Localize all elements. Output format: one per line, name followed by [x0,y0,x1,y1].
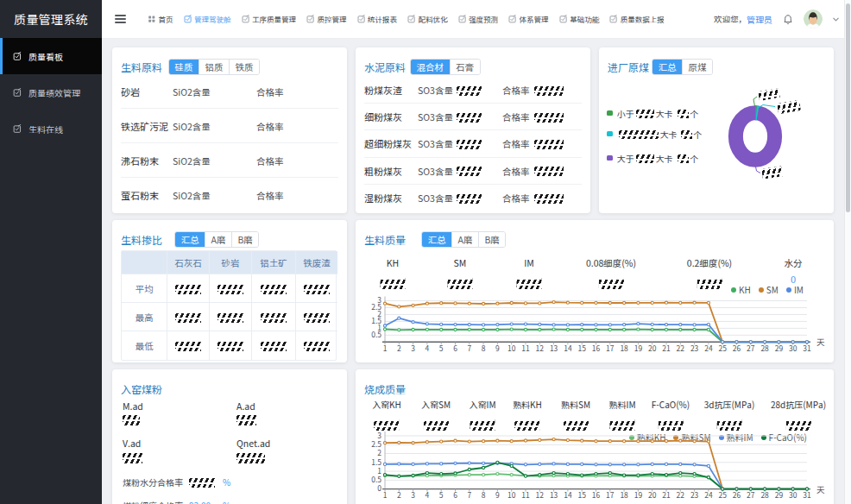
table-cell [167,303,210,331]
table-row-label: 平均 [122,274,167,303]
chevron-down-icon[interactable] [832,16,840,23]
svg-text:24: 24 [704,489,713,500]
tab[interactable]: A磨 [451,232,478,247]
stat-block: 3d抗压(MPa) [704,398,755,435]
nav-item-2[interactable]: 工序质量管理 [242,14,297,24]
svg-text:2: 2 [397,343,401,353]
svg-text:16: 16 [592,489,601,500]
nav-item-3[interactable]: 质控管理 [306,14,347,24]
svg-text:1: 1 [383,489,388,500]
tab[interactable]: 汇总 [422,232,451,247]
donut-chart [599,47,834,213]
tab[interactable]: B磨 [478,232,505,247]
scrollbar-thumb[interactable] [846,3,850,212]
card-coal-powder: 入窑煤粉 M.ad A.ad V.ad Qnet.ad 煤粉水分合格率 % 煤粉… [112,369,347,504]
nav-item-8[interactable]: 基础功能 [559,14,600,24]
tab[interactable]: 混合材 [411,60,450,74]
svg-text:31: 31 [803,489,811,500]
masked-value [517,278,542,289]
svg-text:19: 19 [634,489,643,500]
stat-label: 熟料IM [608,398,635,411]
nav-item-6[interactable]: 强度预测 [458,14,499,24]
material-name: 粗粉煤灰 [364,164,402,178]
tab[interactable]: 汇总 [175,232,205,247]
svg-text:26: 26 [733,489,741,500]
masked-value [534,111,564,123]
stat-label: KH [381,256,406,269]
masked-value [717,419,742,431]
nav-item-label: 管理驾驶舱 [194,14,231,24]
material-name: 砂岩 [121,85,140,98]
nav-item-7[interactable]: 体系管理 [508,14,549,24]
nav-item-5[interactable]: 配料优化 [407,14,448,24]
top-navbar: 首页管理驾驶舱工序质量管理质控管理统计报表配料优化强度预测体系管理基础功能质量数… [102,0,851,39]
masked-value [236,413,256,425]
username-link[interactable]: 管理员 [747,13,772,26]
masked-value [424,419,449,431]
card-title: 烧成质量 [364,381,406,396]
table-cell [252,331,296,360]
stat-block: 熟料KH [513,398,542,435]
svg-text:25: 25 [718,343,727,353]
clipboard-icon [508,15,517,23]
svg-text:30: 30 [789,489,797,500]
sidebar-item-0[interactable]: 质量看板 [0,38,102,74]
dashboard-content: 生料原料 硅质 铝质 铁质 砂岩 SiO2含量 合格率 铁选矿污泥 SiO2含量… [102,39,851,504]
material-name: 萤石粉末 [121,188,159,202]
stat-label: 0.2细度(%) [687,256,732,269]
svg-text:2: 2 [377,447,381,457]
material-name: 沸石粉末 [121,154,159,167]
masked-value [534,165,564,176]
stat-label: F-CaO(%) [652,398,690,411]
svg-text:22: 22 [677,343,685,353]
svg-text:14: 14 [564,489,572,500]
clipboard-icon [184,15,192,23]
material-rows: 粉煤灰渣 SO3含量 合格率 细粉煤灰 SO3含量 合格率 超细粉煤灰 SO3含… [364,77,582,211]
sidebar-item-label: 生料在线 [28,123,63,135]
sidebar-item-2[interactable]: 生料在线 [0,110,102,147]
tab[interactable]: A磨 [205,232,231,247]
bell-icon[interactable] [783,14,793,25]
tab[interactable]: 铝质 [199,60,229,74]
avatar[interactable] [804,9,823,28]
table-corner-cell [122,251,167,274]
material-row: 沸石粉末 SiO2含量 合格率 [121,143,338,178]
masked-value [457,165,482,176]
nav-item-label: 强度预测 [469,14,498,24]
app-title: 质量管理系统 [0,0,102,38]
masked-value [457,192,482,204]
svg-text:14: 14 [564,343,572,353]
tab[interactable]: 铁质 [229,60,259,74]
menu-collapse-icon[interactable] [115,15,126,23]
masked-value [448,278,473,289]
sidebar-item-1[interactable]: 质量绩效管理 [0,74,102,110]
nav-item-9[interactable]: 质量数据上报 [609,14,665,24]
material-col1-label: SO3含量 [418,110,453,123]
clipboard-icon [407,15,416,23]
material-row: 铁选矿污泥 SiO2含量 合格率 [121,109,338,143]
svg-text:6: 6 [453,343,457,353]
raw-quality-tabs: 汇总 A磨 B磨 [421,231,506,248]
tab[interactable]: 硅质 [169,60,199,74]
nav-item-label: 统计报表 [368,14,397,24]
masked-value [375,419,400,431]
tab[interactable]: 石膏 [450,60,480,74]
masked-value [381,278,406,289]
stat-label: A.ad [236,400,255,412]
material-col1-label: SiO2含量 [173,189,211,202]
nav-item-1[interactable]: 管理驾驶舱 [184,14,231,24]
tab[interactable]: B磨 [231,232,258,247]
raw-mix-table: 石灰石砂岩铝土矿铁废渣平均最高最低 [121,250,337,361]
svg-text:8: 8 [482,343,486,353]
top-menu: 首页管理驾驶舱工序质量管理质控管理统计报表配料优化强度预测体系管理基础功能质量数… [148,14,665,24]
clipboard-icon [13,52,22,60]
welcome-text: 欢迎您， [714,13,747,25]
masked-value [785,419,810,431]
masked-value [457,138,482,149]
material-rows: 砂岩 SiO2含量 合格率 铁选矿污泥 SiO2含量 合格率 沸石粉末 SiO2… [121,74,338,212]
nav-item-4[interactable]: 统计报表 [357,14,398,24]
svg-text:18: 18 [620,489,628,500]
rate-unit: % [223,476,230,488]
nav-item-0[interactable]: 首页 [148,14,173,24]
stat-label: 熟料SM [561,398,590,411]
